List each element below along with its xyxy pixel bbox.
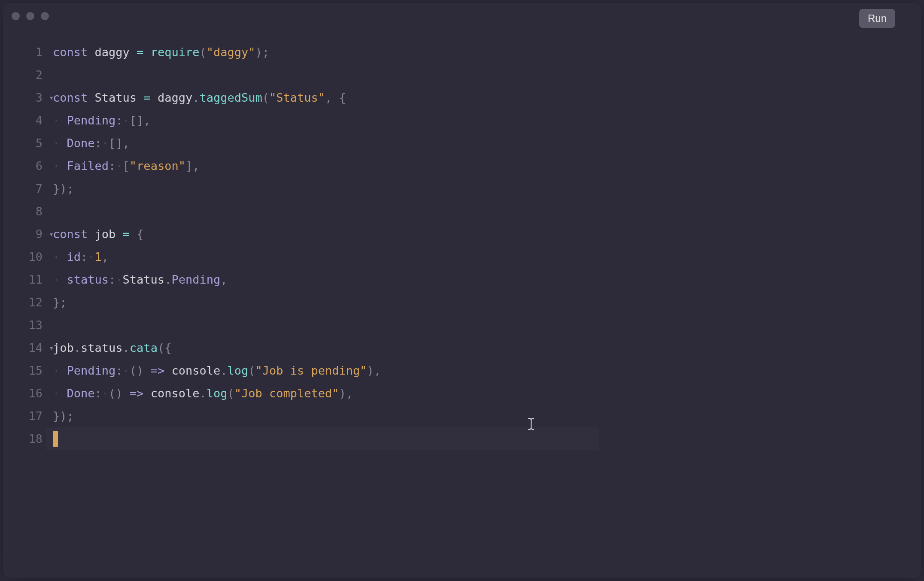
code-line-active[interactable] — [46, 427, 599, 450]
gutter-row[interactable]: 1 — [3, 41, 46, 64]
run-button[interactable]: Run — [859, 9, 895, 28]
line-number: 2 — [36, 68, 43, 82]
code-line[interactable]: const daggy = require("daggy"); — [53, 41, 612, 64]
gutter-row[interactable]: 4 — [3, 109, 46, 132]
titlebar: Run — [3, 3, 921, 29]
line-number: 15 — [28, 364, 43, 377]
code-line[interactable] — [53, 314, 612, 336]
editor-window: Run 1 2 3▾ 4 5 6 7 8 9▾ 10 11 12 13 14▾ … — [3, 3, 921, 578]
minimize-window-button[interactable] — [26, 12, 34, 20]
line-number: 13 — [28, 318, 43, 332]
gutter-row[interactable]: 17 — [3, 405, 46, 427]
gutter-row[interactable]: 15 — [3, 359, 46, 382]
gutter-row[interactable]: 6 — [3, 154, 46, 177]
gutter-row[interactable]: 18 — [3, 427, 46, 450]
code-line[interactable]: }); — [53, 177, 612, 200]
gutter-row[interactable]: 5 — [3, 132, 46, 154]
line-number: 1 — [36, 45, 43, 59]
gutter-row[interactable]: 8 — [3, 200, 46, 223]
code-line[interactable] — [53, 200, 612, 223]
code-area[interactable]: const daggy = require("daggy"); const St… — [46, 29, 612, 578]
gutter-row[interactable]: 2 — [3, 64, 46, 86]
line-number: 18 — [28, 432, 43, 445]
code-line[interactable]: · Pending:·() => console.log("Job is pen… — [53, 359, 612, 382]
gutter-row[interactable]: 7 — [3, 177, 46, 200]
code-line[interactable]: const Status = daggy.taggedSum("Status",… — [53, 86, 612, 109]
maximize-window-button[interactable] — [41, 12, 49, 20]
gutter: 1 2 3▾ 4 5 6 7 8 9▾ 10 11 12 13 14▾ 15 1… — [3, 29, 46, 578]
code-line[interactable]: · id:·1, — [53, 245, 612, 268]
gutter-row[interactable]: 16 — [3, 382, 46, 405]
gutter-row[interactable]: 9▾ — [3, 223, 46, 245]
gutter-row[interactable]: 13 — [3, 314, 46, 336]
code-line[interactable]: }); — [53, 405, 612, 427]
line-number: 17 — [28, 409, 43, 423]
editor-pane: 1 2 3▾ 4 5 6 7 8 9▾ 10 11 12 13 14▾ 15 1… — [3, 29, 612, 578]
gutter-row[interactable]: 14▾ — [3, 336, 46, 359]
code-line[interactable]: const job = { — [53, 223, 612, 245]
line-number: 5 — [36, 136, 43, 150]
gutter-row[interactable]: 3▾ — [3, 86, 46, 109]
line-number: 7 — [36, 182, 43, 195]
code-line[interactable]: · Failed:·["reason"], — [53, 154, 612, 177]
line-number: 10 — [28, 250, 43, 263]
gutter-row[interactable]: 10 — [3, 245, 46, 268]
code-line[interactable] — [53, 64, 612, 86]
gutter-row[interactable]: 12 — [3, 291, 46, 314]
line-number: 9 — [36, 227, 43, 241]
line-number: 4 — [36, 114, 43, 127]
editor-container: 1 2 3▾ 4 5 6 7 8 9▾ 10 11 12 13 14▾ 15 1… — [3, 29, 921, 578]
code-line[interactable]: · status:·Status.Pending, — [53, 268, 612, 291]
line-number: 16 — [28, 387, 43, 400]
line-number: 11 — [28, 273, 43, 286]
text-cursor — [53, 431, 58, 447]
window-controls — [12, 12, 49, 20]
line-number: 12 — [28, 296, 43, 309]
close-window-button[interactable] — [12, 12, 20, 20]
line-number: 14 — [28, 341, 43, 354]
code-line[interactable]: · Pending:·[], — [53, 109, 612, 132]
output-pane — [612, 29, 921, 578]
line-number: 8 — [36, 205, 43, 218]
code-line[interactable]: job.status.cata({ — [53, 336, 612, 359]
line-number: 6 — [36, 159, 43, 172]
code-line[interactable]: }; — [53, 291, 612, 314]
line-number: 3 — [36, 91, 43, 104]
gutter-row[interactable]: 11 — [3, 268, 46, 291]
code-line[interactable]: · Done:·() => console.log("Job completed… — [53, 382, 612, 405]
code-line[interactable]: · Done:·[], — [53, 132, 612, 154]
